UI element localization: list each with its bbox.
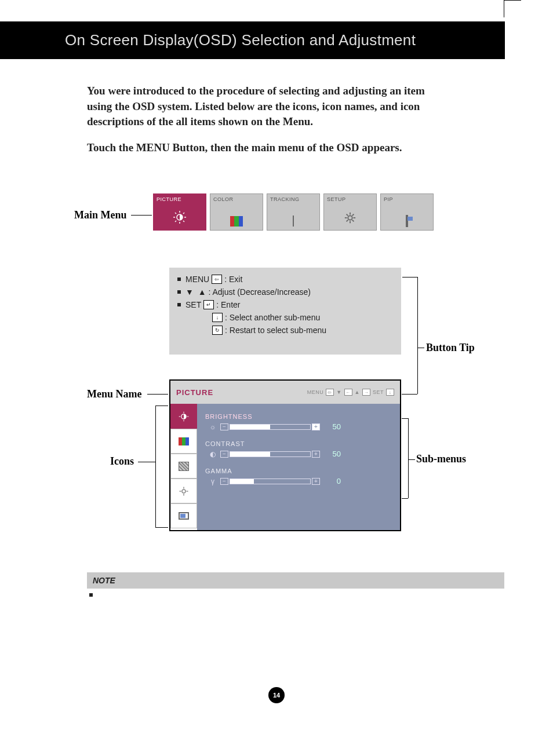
header-band: On Screen Display(OSD) Selection and Adj… bbox=[0, 21, 505, 59]
down-triangle-icon: ▼ bbox=[336, 389, 341, 395]
left-key-icon[interactable]: ← bbox=[344, 389, 352, 396]
callout-main-menu: Main Menu bbox=[74, 209, 127, 221]
svg-point-9 bbox=[348, 216, 352, 220]
osd-item-contrast[interactable]: CONTRAST ◐ − + 50 bbox=[205, 440, 392, 458]
button-tip-box: MENU ⇦ : Exit ▼ ▲ : Adjust (Decrease/Inc… bbox=[169, 268, 401, 355]
contrast-icon: ◐ bbox=[205, 450, 220, 458]
osd-header-controls: MENU⇦ ▼← ▲→ SET↓ bbox=[307, 389, 394, 396]
up-triangle-icon: ▲ bbox=[198, 287, 206, 297]
callout-menu-name: Menu Name bbox=[87, 388, 141, 400]
note-label: NOTE bbox=[93, 576, 115, 585]
tab-pip[interactable]: PIP bbox=[380, 193, 434, 231]
tab-color[interactable]: COLOR bbox=[210, 193, 263, 231]
note-bullet bbox=[89, 593, 93, 597]
sidebar-item-setup[interactable] bbox=[170, 479, 197, 503]
brightness-value: 50 bbox=[320, 422, 341, 431]
callout-line bbox=[131, 215, 152, 216]
intro-paragraph-1: You were introduced to the procedure of … bbox=[87, 83, 441, 130]
sidebar-item-color[interactable] bbox=[170, 429, 197, 454]
decrease-button[interactable]: − bbox=[220, 478, 228, 485]
enter-icon: ↵ bbox=[203, 300, 214, 309]
gamma-value: 0 bbox=[320, 477, 341, 485]
tracking-icon bbox=[293, 216, 294, 227]
osd-header: PICTURE MENU⇦ ▼← ▲→ SET↓ bbox=[170, 381, 400, 404]
page-number: 14 bbox=[268, 687, 285, 703]
gamma-slider[interactable] bbox=[230, 479, 311, 484]
page-title: On Screen Display(OSD) Selection and Adj… bbox=[65, 31, 416, 49]
tab-picture[interactable]: PICTURE bbox=[153, 193, 206, 231]
svg-line-8 bbox=[183, 213, 184, 214]
down-triangle-icon: ▼ bbox=[185, 287, 194, 297]
osd-content: BRIGHTNESS ☼ − + 50 CONTRAST ◐ − + 50 bbox=[197, 404, 400, 530]
right-key-icon[interactable]: → bbox=[362, 389, 370, 396]
up-triangle-icon: ▲ bbox=[355, 389, 360, 395]
tab-tracking[interactable]: TRACKING bbox=[267, 193, 320, 231]
color-icon bbox=[230, 216, 243, 227]
sidebar-item-tracking[interactable] bbox=[170, 454, 197, 479]
svg-line-16 bbox=[347, 220, 348, 222]
main-menu-tabs: PICTURE COLOR TRACKING SETUP PIP bbox=[153, 193, 434, 231]
set-key-icon[interactable]: ↓ bbox=[386, 389, 394, 396]
sidebar-item-pip[interactable] bbox=[170, 503, 197, 528]
osd-item-brightness[interactable]: BRIGHTNESS ☼ − + 50 bbox=[205, 413, 392, 431]
menu-key-icon[interactable]: ⇦ bbox=[326, 389, 334, 396]
pip-icon bbox=[406, 216, 408, 227]
exit-icon: ⇦ bbox=[212, 275, 222, 284]
svg-line-17 bbox=[352, 214, 354, 216]
svg-line-14 bbox=[347, 214, 348, 216]
note-bar: NOTE bbox=[87, 572, 504, 589]
intro-text: You were introduced to the procedure of … bbox=[87, 83, 441, 166]
osd-menu-name: PICTURE bbox=[176, 388, 213, 397]
brightness-icon bbox=[173, 210, 187, 227]
contrast-slider[interactable] bbox=[230, 451, 311, 457]
callout-sub-menus: Sub-menus bbox=[416, 453, 466, 465]
restart-icon: ↻ bbox=[212, 326, 223, 335]
tab-setup[interactable]: SETUP bbox=[323, 193, 377, 231]
svg-line-5 bbox=[175, 213, 176, 214]
increase-button[interactable]: + bbox=[312, 478, 320, 485]
brightness-icon: ☼ bbox=[205, 423, 220, 431]
down-arrow-icon: ↓ bbox=[212, 313, 223, 322]
osd-item-gamma[interactable]: GAMMA γ − + 0 bbox=[205, 468, 392, 485]
svg-line-15 bbox=[352, 220, 354, 222]
brightness-slider[interactable] bbox=[230, 424, 311, 430]
decrease-button[interactable]: − bbox=[220, 451, 228, 458]
svg-point-23 bbox=[182, 490, 185, 493]
osd-panel: PICTURE MENU⇦ ▼← ▲→ SET↓ BRIGHTNESS bbox=[169, 379, 401, 531]
callout-button-tip: Button Tip bbox=[426, 342, 475, 354]
intro-paragraph-2: Touch the MENU Button, then the main men… bbox=[87, 140, 441, 156]
increase-button[interactable]: + bbox=[312, 451, 320, 458]
svg-line-6 bbox=[183, 221, 184, 222]
decrease-button[interactable]: − bbox=[220, 423, 228, 430]
callout-icons: Icons bbox=[110, 455, 134, 468]
increase-button[interactable]: + bbox=[312, 423, 320, 430]
contrast-value: 50 bbox=[320, 450, 341, 458]
gamma-icon: γ bbox=[205, 477, 220, 485]
osd-sidebar bbox=[170, 404, 197, 530]
gear-icon bbox=[344, 211, 356, 227]
sidebar-item-picture[interactable] bbox=[170, 404, 197, 429]
svg-line-7 bbox=[175, 221, 176, 222]
